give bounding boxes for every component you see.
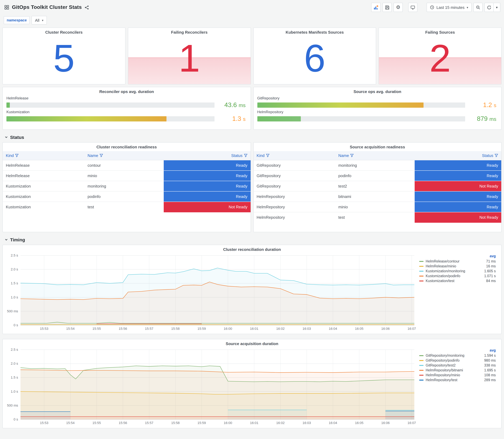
table-row: HelmReleasecontourReady	[3, 160, 250, 171]
panel-title: Cluster reconciliation readiness	[3, 143, 250, 150]
legend-item[interactable]: GitRepository/podinfo980 ms	[419, 358, 496, 363]
series-name: Kustomization/test	[426, 279, 484, 283]
svg-text:16:01: 16:01	[250, 421, 258, 425]
time-range-picker[interactable]: Last 15 minutes ▾	[427, 3, 472, 12]
svg-text:16:03: 16:03	[303, 421, 311, 425]
stats-row: Cluster Reconcilers 5 Failing Reconciler…	[2, 27, 502, 85]
kind-cell: HelmRepository	[254, 202, 335, 212]
column-header-name[interactable]: Name	[85, 151, 164, 160]
bar-gauge-fill	[257, 116, 301, 121]
series-name: GitRepository/podinfo	[426, 359, 482, 362]
svg-text:500 ms: 500 ms	[7, 309, 18, 313]
svg-text:1.0 s: 1.0 s	[11, 390, 18, 393]
stat-value: 6	[254, 35, 376, 84]
filter-icon[interactable]	[350, 154, 354, 157]
bar-gauge-fill	[6, 102, 10, 108]
svg-text:2.0 s: 2.0 s	[11, 362, 18, 366]
status-cell: Ready	[415, 171, 501, 181]
series-name: HelmRepository/minio	[426, 373, 482, 377]
bar-gauge-value: 879 ms	[469, 115, 496, 122]
chevron-down-icon	[5, 238, 8, 241]
svg-text:15:53: 15:53	[40, 421, 48, 425]
series-name: HelmRepository/test	[426, 378, 482, 382]
filter-icon[interactable]	[99, 154, 103, 157]
zoom-out-button[interactable]	[473, 3, 483, 12]
filter-icon[interactable]	[244, 154, 247, 157]
legend-avg-header[interactable]: avg	[419, 254, 496, 259]
filter-icon[interactable]	[494, 154, 498, 157]
svg-text:16:05: 16:05	[355, 327, 363, 330]
legend-item[interactable]: HelmRepository/minio108 ms	[419, 373, 496, 378]
svg-text:2.0 s: 2.0 s	[11, 267, 18, 271]
svg-text:15:55: 15:55	[92, 421, 101, 425]
variable-value-dropdown[interactable]: All ▾	[32, 16, 47, 24]
series-color-swatch	[419, 271, 424, 271]
name-cell: test2	[335, 181, 415, 191]
series-avg-value: 1.071 s	[484, 274, 496, 278]
cycle-view-button[interactable]	[408, 3, 418, 12]
section-header-timing[interactable]: Timing	[0, 235, 504, 245]
table-row: GitRepositorymonitoringReady	[254, 160, 501, 171]
series-avg-value: 1.594 s	[484, 354, 496, 357]
stat-value: 5	[3, 35, 125, 84]
dashboard-title: GitOps Toolkit Cluster Stats	[12, 4, 82, 10]
column-header-name[interactable]: Name	[335, 151, 415, 160]
dashboard-settings-button[interactable]: ⚙	[393, 3, 403, 12]
series-avg-value: 16 ms	[486, 264, 496, 268]
save-dashboard-button[interactable]	[382, 3, 392, 12]
svg-text:16:05: 16:05	[355, 421, 363, 425]
legend-item[interactable]: GitRepository/monitoring1.594 s	[419, 353, 496, 358]
panel-source-ops-duration: Source ops avg. duration GitRepository 1…	[253, 87, 502, 130]
name-cell: test	[85, 202, 164, 212]
status-cell: Ready	[164, 171, 250, 181]
panel-cluster-reconciliation-duration: Cluster reconciliation duration 15:5315:…	[2, 245, 502, 334]
svg-text:2.5 s: 2.5 s	[11, 254, 18, 257]
bar-gauge-track	[257, 102, 465, 108]
filter-icon[interactable]	[15, 154, 19, 157]
legend-item[interactable]: HelmRelease/contour71 ms	[419, 259, 496, 264]
legend-item[interactable]: HelmRepository/test289 ms	[419, 378, 496, 382]
column-header-status[interactable]: Status	[164, 151, 250, 160]
status-cell: Not Ready	[164, 202, 250, 212]
svg-text:16:07: 16:07	[407, 421, 416, 425]
bar-gauge-row: Kustomization 1.3 s	[6, 110, 246, 122]
name-cell: monitoring	[85, 181, 164, 191]
bar-gauge-label: HelmRepository	[257, 110, 496, 114]
save-icon	[385, 5, 389, 10]
chart-row-1: Cluster reconciliation duration 15:5315:…	[2, 245, 502, 337]
time-series-plot[interactable]: 15:5315:5415:5515:5615:5715:5815:5916:00…	[3, 347, 418, 426]
refresh-button[interactable]	[484, 3, 494, 12]
gauges-row: Reconciler ops avg. duration HelmRelease…	[2, 87, 502, 130]
legend-item[interactable]: Kustomization/podinfo1.071 s	[419, 273, 496, 278]
legend-item[interactable]: HelmRelease/minio16 ms	[419, 264, 496, 268]
filter-icon[interactable]	[266, 154, 270, 157]
status-cell: Not Ready	[415, 181, 501, 191]
legend-item[interactable]: GitRepository/test2338 ms	[419, 363, 496, 368]
bar-gauge-track	[6, 102, 214, 108]
svg-text:16:03: 16:03	[303, 327, 311, 330]
legend-item[interactable]: Kustomization/monitoring1.605 s	[419, 268, 496, 273]
legend-avg-header[interactable]: avg	[419, 348, 496, 353]
bar-gauge-row: HelmRelease 43.6 ms	[6, 96, 246, 109]
series-name: GitRepository/test2	[426, 364, 482, 367]
series-color-swatch	[419, 360, 424, 361]
kind-cell: Kustomization	[3, 202, 85, 212]
share-icon[interactable]	[85, 5, 89, 10]
time-series-plot[interactable]: 15:5315:5415:5515:5615:5715:5815:5916:00…	[3, 253, 418, 332]
series-name: GitRepository/monitoring	[426, 354, 482, 357]
column-header-status[interactable]: Status	[415, 151, 501, 160]
section-header-status[interactable]: Status	[0, 132, 504, 142]
legend-item[interactable]: Kustomization/test84 ms	[419, 278, 496, 283]
svg-text:15:58: 15:58	[171, 327, 180, 330]
refresh-interval-dropdown[interactable]: ▾	[494, 3, 500, 12]
table-row: HelmRepositorybitnamiReady	[254, 191, 501, 202]
svg-text:16:04: 16:04	[329, 327, 337, 330]
kind-cell: HelmRelease	[3, 171, 85, 181]
column-header-kind[interactable]: Kind	[254, 151, 335, 160]
add-panel-button[interactable]	[371, 3, 381, 12]
svg-text:1.0 s: 1.0 s	[11, 295, 18, 299]
column-header-kind[interactable]: Kind	[3, 151, 85, 160]
section-title: Status	[10, 134, 24, 140]
legend-item[interactable]: HelmRepository/bitnami1.695 s	[419, 368, 496, 373]
svg-text:16:02: 16:02	[276, 327, 285, 330]
